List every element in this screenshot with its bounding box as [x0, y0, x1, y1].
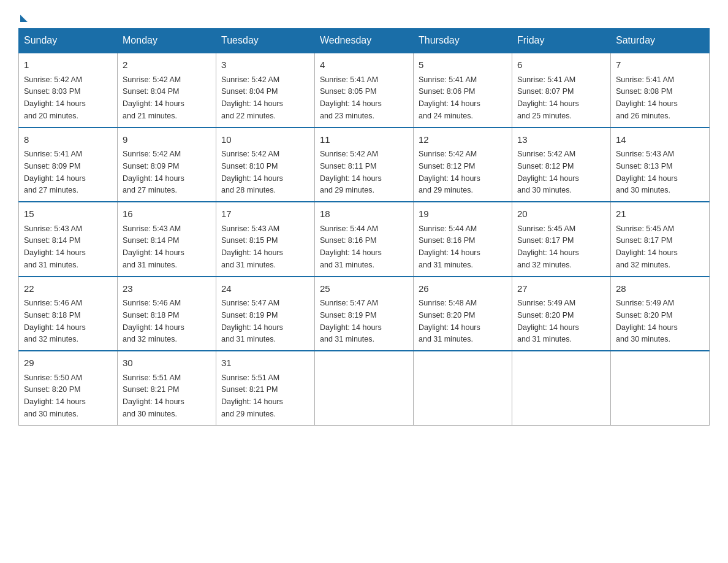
- day-info: Sunrise: 5:42 AMSunset: 8:10 PMDaylight:…: [221, 150, 283, 194]
- day-info: Sunrise: 5:42 AMSunset: 8:04 PMDaylight:…: [123, 75, 184, 120]
- page-header: [18, 12, 710, 22]
- calendar-day-cell: 30 Sunrise: 5:51 AMSunset: 8:21 PMDaylig…: [118, 351, 216, 425]
- day-info: Sunrise: 5:42 AMSunset: 8:11 PMDaylight:…: [320, 150, 382, 194]
- calendar-day-cell: [315, 351, 414, 425]
- calendar-week-5: 29 Sunrise: 5:50 AMSunset: 8:20 PMDaylig…: [19, 351, 710, 425]
- day-number: 17: [221, 207, 309, 221]
- calendar-day-cell: 17 Sunrise: 5:43 AMSunset: 8:15 PMDaylig…: [216, 202, 315, 277]
- day-info: Sunrise: 5:41 AMSunset: 8:09 PMDaylight:…: [24, 150, 86, 194]
- calendar-day-cell: [414, 351, 512, 425]
- day-info: Sunrise: 5:43 AMSunset: 8:13 PMDaylight:…: [616, 150, 678, 194]
- calendar-day-cell: 22 Sunrise: 5:46 AMSunset: 8:18 PMDaylig…: [19, 277, 118, 351]
- day-number: 26: [419, 282, 507, 296]
- day-number: 28: [616, 282, 704, 296]
- calendar-day-cell: 9 Sunrise: 5:42 AMSunset: 8:09 PMDayligh…: [118, 128, 216, 202]
- day-info: Sunrise: 5:41 AMSunset: 8:05 PMDaylight:…: [320, 75, 382, 120]
- calendar-day-cell: 18 Sunrise: 5:44 AMSunset: 8:16 PMDaylig…: [315, 202, 414, 277]
- calendar-day-cell: 23 Sunrise: 5:46 AMSunset: 8:18 PMDaylig…: [118, 277, 216, 351]
- day-number: 19: [419, 207, 507, 221]
- day-info: Sunrise: 5:42 AMSunset: 8:04 PMDaylight:…: [221, 75, 283, 120]
- logo-arrow-icon: [20, 15, 28, 22]
- day-info: Sunrise: 5:49 AMSunset: 8:20 PMDaylight:…: [616, 299, 678, 343]
- calendar-day-cell: 13 Sunrise: 5:42 AMSunset: 8:12 PMDaylig…: [512, 128, 611, 202]
- day-info: Sunrise: 5:49 AMSunset: 8:20 PMDaylight:…: [517, 299, 579, 343]
- day-number: 27: [517, 282, 605, 296]
- day-number: 24: [221, 282, 309, 296]
- calendar-day-cell: 12 Sunrise: 5:42 AMSunset: 8:12 PMDaylig…: [414, 128, 512, 202]
- calendar-header-thursday: Thursday: [414, 29, 512, 53]
- day-number: 3: [221, 58, 309, 72]
- day-info: Sunrise: 5:43 AMSunset: 8:15 PMDaylight:…: [221, 224, 283, 269]
- calendar-day-cell: 19 Sunrise: 5:44 AMSunset: 8:16 PMDaylig…: [414, 202, 512, 277]
- day-info: Sunrise: 5:42 AMSunset: 8:12 PMDaylight:…: [517, 150, 579, 194]
- calendar-header-wednesday: Wednesday: [315, 29, 414, 53]
- day-info: Sunrise: 5:46 AMSunset: 8:18 PMDaylight:…: [123, 299, 184, 343]
- calendar-day-cell: 1 Sunrise: 5:42 AMSunset: 8:03 PMDayligh…: [19, 53, 118, 128]
- day-info: Sunrise: 5:45 AMSunset: 8:17 PMDaylight:…: [517, 224, 579, 269]
- day-number: 25: [320, 282, 408, 296]
- day-number: 30: [123, 356, 211, 370]
- day-number: 29: [24, 356, 112, 370]
- day-number: 14: [616, 133, 704, 147]
- calendar-day-cell: 20 Sunrise: 5:45 AMSunset: 8:17 PMDaylig…: [512, 202, 611, 277]
- day-number: 22: [24, 282, 112, 296]
- calendar-day-cell: 15 Sunrise: 5:43 AMSunset: 8:14 PMDaylig…: [19, 202, 118, 277]
- day-info: Sunrise: 5:47 AMSunset: 8:19 PMDaylight:…: [221, 299, 283, 343]
- calendar-day-cell: [512, 351, 611, 425]
- day-info: Sunrise: 5:42 AMSunset: 8:09 PMDaylight:…: [123, 150, 184, 194]
- day-number: 8: [24, 133, 112, 147]
- calendar-day-cell: 24 Sunrise: 5:47 AMSunset: 8:19 PMDaylig…: [216, 277, 315, 351]
- day-number: 13: [517, 133, 605, 147]
- calendar-day-cell: 11 Sunrise: 5:42 AMSunset: 8:11 PMDaylig…: [315, 128, 414, 202]
- day-number: 20: [517, 207, 605, 221]
- day-info: Sunrise: 5:46 AMSunset: 8:18 PMDaylight:…: [24, 299, 86, 343]
- calendar-day-cell: 27 Sunrise: 5:49 AMSunset: 8:20 PMDaylig…: [512, 277, 611, 351]
- calendar-day-cell: 6 Sunrise: 5:41 AMSunset: 8:07 PMDayligh…: [512, 53, 611, 128]
- day-info: Sunrise: 5:50 AMSunset: 8:20 PMDaylight:…: [24, 373, 86, 418]
- day-info: Sunrise: 5:43 AMSunset: 8:14 PMDaylight:…: [24, 224, 86, 269]
- calendar-day-cell: 8 Sunrise: 5:41 AMSunset: 8:09 PMDayligh…: [19, 128, 118, 202]
- day-number: 10: [221, 133, 309, 147]
- calendar-day-cell: 31 Sunrise: 5:51 AMSunset: 8:21 PMDaylig…: [216, 351, 315, 425]
- calendar-day-cell: 4 Sunrise: 5:41 AMSunset: 8:05 PMDayligh…: [315, 53, 414, 128]
- day-number: 11: [320, 133, 408, 147]
- calendar-day-cell: 21 Sunrise: 5:45 AMSunset: 8:17 PMDaylig…: [611, 202, 710, 277]
- calendar-header-sunday: Sunday: [19, 29, 118, 53]
- calendar-header-saturday: Saturday: [611, 29, 710, 53]
- day-number: 9: [123, 133, 211, 147]
- day-number: 5: [419, 58, 507, 72]
- calendar-day-cell: 7 Sunrise: 5:41 AMSunset: 8:08 PMDayligh…: [611, 53, 710, 128]
- day-info: Sunrise: 5:44 AMSunset: 8:16 PMDaylight:…: [320, 224, 382, 269]
- day-info: Sunrise: 5:42 AMSunset: 8:12 PMDaylight:…: [419, 150, 480, 194]
- calendar-week-2: 8 Sunrise: 5:41 AMSunset: 8:09 PMDayligh…: [19, 128, 710, 202]
- calendar-day-cell: 29 Sunrise: 5:50 AMSunset: 8:20 PMDaylig…: [19, 351, 118, 425]
- calendar-day-cell: [611, 351, 710, 425]
- calendar-week-1: 1 Sunrise: 5:42 AMSunset: 8:03 PMDayligh…: [19, 53, 710, 128]
- day-info: Sunrise: 5:48 AMSunset: 8:20 PMDaylight:…: [419, 299, 480, 343]
- day-number: 2: [123, 58, 211, 72]
- calendar-day-cell: 2 Sunrise: 5:42 AMSunset: 8:04 PMDayligh…: [118, 53, 216, 128]
- day-info: Sunrise: 5:51 AMSunset: 8:21 PMDaylight:…: [221, 373, 283, 418]
- calendar-day-cell: 25 Sunrise: 5:47 AMSunset: 8:19 PMDaylig…: [315, 277, 414, 351]
- day-info: Sunrise: 5:51 AMSunset: 8:21 PMDaylight:…: [123, 373, 184, 418]
- day-info: Sunrise: 5:47 AMSunset: 8:19 PMDaylight:…: [320, 299, 382, 343]
- day-info: Sunrise: 5:41 AMSunset: 8:06 PMDaylight:…: [419, 75, 480, 120]
- day-info: Sunrise: 5:41 AMSunset: 8:08 PMDaylight:…: [616, 75, 678, 120]
- day-number: 23: [123, 282, 211, 296]
- calendar-header-monday: Monday: [118, 29, 216, 53]
- day-info: Sunrise: 5:44 AMSunset: 8:16 PMDaylight:…: [419, 224, 480, 269]
- calendar-day-cell: 26 Sunrise: 5:48 AMSunset: 8:20 PMDaylig…: [414, 277, 512, 351]
- day-number: 31: [221, 356, 309, 370]
- day-info: Sunrise: 5:43 AMSunset: 8:14 PMDaylight:…: [123, 224, 184, 269]
- day-number: 6: [517, 58, 605, 72]
- calendar-day-cell: 28 Sunrise: 5:49 AMSunset: 8:20 PMDaylig…: [611, 277, 710, 351]
- day-number: 21: [616, 207, 704, 221]
- calendar-day-cell: 5 Sunrise: 5:41 AMSunset: 8:06 PMDayligh…: [414, 53, 512, 128]
- day-info: Sunrise: 5:45 AMSunset: 8:17 PMDaylight:…: [616, 224, 678, 269]
- calendar-day-cell: 16 Sunrise: 5:43 AMSunset: 8:14 PMDaylig…: [118, 202, 216, 277]
- calendar-day-cell: 3 Sunrise: 5:42 AMSunset: 8:04 PMDayligh…: [216, 53, 315, 128]
- day-info: Sunrise: 5:41 AMSunset: 8:07 PMDaylight:…: [517, 75, 579, 120]
- calendar-day-cell: 10 Sunrise: 5:42 AMSunset: 8:10 PMDaylig…: [216, 128, 315, 202]
- day-number: 4: [320, 58, 408, 72]
- calendar-header-row: SundayMondayTuesdayWednesdayThursdayFrid…: [19, 29, 710, 53]
